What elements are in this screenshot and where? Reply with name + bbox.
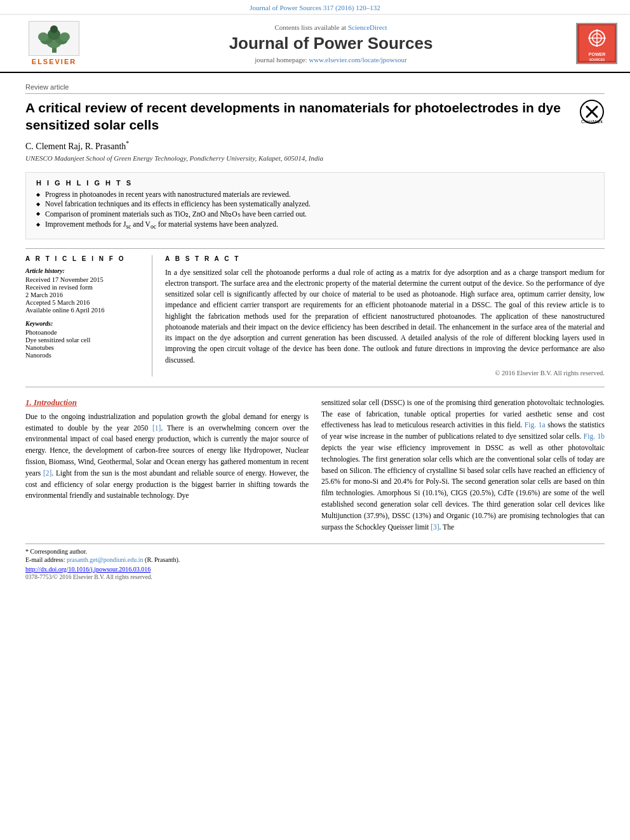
footer-section: * Corresponding author. E-mail address: … xyxy=(25,543,605,580)
journal-header: ELSEVIER Contents lists available at Sci… xyxy=(0,15,630,73)
highlights-section: H I G H L I G H T S Progress in photoano… xyxy=(25,172,605,239)
article-info-abstract-area: A R T I C L E I N F O Article history: R… xyxy=(25,248,605,377)
highlight-item-3: Comparison of prominent materials such a… xyxy=(36,210,594,218)
affiliation-text: UNESCO Madanjeet School of Green Energy … xyxy=(25,154,605,162)
svg-text:CrossMark: CrossMark xyxy=(581,119,603,124)
sciencedirect-line: Contents lists available at ScienceDirec… xyxy=(95,23,566,31)
article-info-column: A R T I C L E I N F O Article history: R… xyxy=(25,255,152,377)
ref-2-link[interactable]: [2] xyxy=(43,469,51,477)
journal-logo-icon: POWER SOURCES xyxy=(576,23,617,64)
highlight-item-4: Improvement methods for Jsc and Voc for … xyxy=(36,220,594,230)
email-footnote: E-mail address: prasanth.get@pondiuni.ed… xyxy=(25,556,605,563)
accepted-date: Accepted 5 March 2016 xyxy=(25,299,145,306)
fig-1a-link[interactable]: Fig. 1a xyxy=(525,421,546,429)
citation-text: Journal of Power Sources 317 (2016) 120–… xyxy=(250,4,380,11)
abstract-column: A B S T R A C T In a dye sensitized sola… xyxy=(165,255,605,377)
authors-line: C. Clement Raj, R. Prasanth* xyxy=(25,140,605,152)
highlight-item-1: Progress in photoanodes in recent years … xyxy=(36,190,594,198)
fig-1b-link[interactable]: Fig. 1b xyxy=(584,432,605,440)
svg-point-7 xyxy=(50,25,58,33)
section-divider xyxy=(25,387,605,387)
svg-text:POWER: POWER xyxy=(588,52,605,57)
highlight-item-2: Novel fabrication techniques and its eff… xyxy=(36,200,594,208)
article-history-group: Article history: Received 17 November 20… xyxy=(25,267,145,314)
crossmark-icon: CrossMark xyxy=(579,99,605,124)
doi-anchor[interactable]: http://dx.doi.org/10.1016/j.jpowsour.201… xyxy=(25,566,151,573)
main-content: Review article A critical review of rece… xyxy=(0,79,630,580)
article-info-label: A R T I C L E I N F O xyxy=(25,255,145,262)
article-title-area: A critical review of recent developments… xyxy=(25,99,605,134)
intro-left-col: 1. Introduction Due to the ongoing indus… xyxy=(25,397,309,533)
journal-title-area: Contents lists available at ScienceDirec… xyxy=(95,23,566,63)
doi-link: http://dx.doi.org/10.1016/j.jpowsour.201… xyxy=(25,566,605,573)
journal-logo-area: POWER SOURCES xyxy=(566,23,617,64)
svg-point-5 xyxy=(38,32,48,41)
revised-date: 2 March 2016 xyxy=(25,291,145,298)
intro-section-title: 1. Introduction xyxy=(25,397,309,408)
article-type-label: Review article xyxy=(25,79,605,94)
elsevier-tree-icon xyxy=(29,21,79,56)
abstract-text: In a dye sensitized solar cell the photo… xyxy=(165,267,605,366)
sciencedirect-link[interactable]: ScienceDirect xyxy=(348,23,387,31)
history-label: Article history: xyxy=(25,267,145,274)
svg-text:SOURCES: SOURCES xyxy=(589,58,605,62)
email-link[interactable]: prasanth.get@pondiuni.edu.in xyxy=(67,556,144,563)
keyword-2: Dye sensitized solar cell xyxy=(25,337,145,343)
journal-title: Journal of Power Sources xyxy=(95,34,566,53)
keyword-1: Photoanode xyxy=(25,329,145,336)
keywords-label: Keywords: xyxy=(25,320,145,327)
intro-left-text: Due to the ongoing industrialization and… xyxy=(25,411,309,502)
ref-1-link[interactable]: [1] xyxy=(152,424,161,432)
keywords-group: Keywords: Photoanode Dye sensitized sola… xyxy=(25,320,145,359)
introduction-section: 1. Introduction Due to the ongoing indus… xyxy=(25,397,605,533)
corresponding-marker: * xyxy=(126,140,129,147)
article-title: A critical review of recent developments… xyxy=(25,99,570,134)
copyright-footer-text: 0378-7753/© 2016 Elsevier B.V. All right… xyxy=(25,574,605,580)
highlights-list: Progress in photoanodes in recent years … xyxy=(36,190,594,230)
abstract-label: A B S T R A C T xyxy=(165,255,605,262)
svg-point-6 xyxy=(60,32,70,41)
keyword-3: Nanotubes xyxy=(25,344,145,351)
elsevier-brand-text: ELSEVIER xyxy=(32,58,76,65)
received-date: Received 17 November 2015 xyxy=(25,276,145,283)
homepage-link[interactable]: www.elsevier.com/locate/jpowsour xyxy=(309,56,406,63)
corresponding-author-note: * Corresponding author. xyxy=(25,548,605,555)
intro-right-col: sensitized solar cell (DSSC) is one of t… xyxy=(321,397,605,533)
elsevier-logo-area: ELSEVIER xyxy=(13,21,95,65)
received-revised-label: Received in revised form xyxy=(25,284,145,291)
keyword-4: Nanorods xyxy=(25,352,145,359)
available-date: Available online 6 April 2016 xyxy=(25,307,145,314)
authors-text: C. Clement Raj, R. Prasanth* xyxy=(25,142,129,151)
journal-homepage-line: journal homepage: www.elsevier.com/locat… xyxy=(95,56,566,63)
intro-title-text: Introduction xyxy=(34,397,77,407)
ref-3-link[interactable]: [3] xyxy=(431,523,439,531)
intro-right-text: sensitized solar cell (DSSC) is one of t… xyxy=(321,397,605,533)
highlights-title: H I G H L I G H T S xyxy=(36,179,594,187)
top-citation-bar: Journal of Power Sources 317 (2016) 120–… xyxy=(0,0,630,15)
abstract-copyright: © 2016 Elsevier B.V. All rights reserved… xyxy=(165,370,605,377)
